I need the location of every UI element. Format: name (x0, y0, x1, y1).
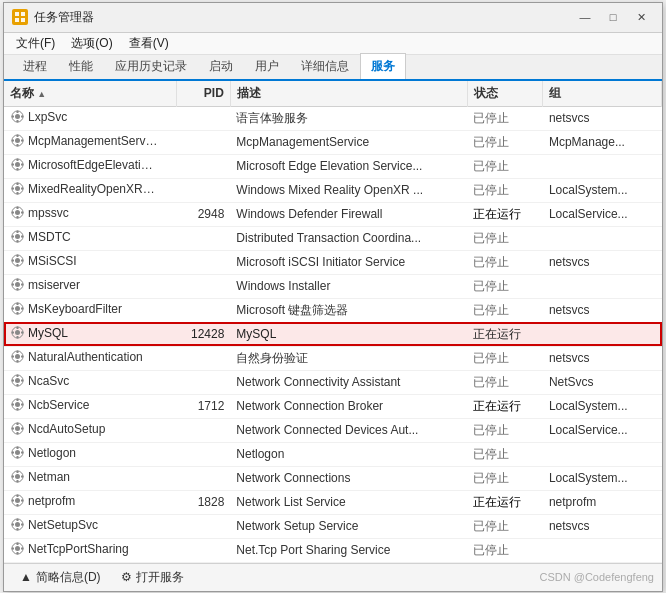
svg-rect-115 (16, 552, 18, 555)
service-group: netsvcs (543, 298, 662, 322)
table-row[interactable]: MicrosoftEdgeElevationS...Microsoft Edge… (4, 154, 662, 178)
service-group: LocalSystem... (543, 394, 662, 418)
tab-startup[interactable]: 启动 (198, 53, 244, 79)
service-desc: Network Setup Service (230, 514, 467, 538)
service-name: mpssvc (28, 206, 69, 220)
brief-info-button[interactable]: ▲ 简略信息(D) (12, 567, 109, 588)
task-manager-window: 任务管理器 — □ ✕ 文件(F)选项(O)查看(V) 进程性能应用历史记录启动… (3, 2, 663, 592)
service-icon (10, 374, 24, 388)
service-icon (10, 182, 24, 196)
svg-rect-56 (11, 308, 14, 310)
service-icon (10, 470, 24, 484)
service-name-cell: MySQL (4, 323, 164, 343)
svg-rect-74 (11, 380, 14, 382)
svg-rect-39 (21, 236, 24, 238)
table-row[interactable]: LxpSvc语言体验服务已停止netsvcs (4, 106, 662, 130)
table-row[interactable]: mpssvc2948Windows Defender Firewall正在运行L… (4, 202, 662, 226)
service-group (543, 322, 662, 346)
menu-item-f[interactable]: 文件(F) (8, 33, 63, 54)
svg-rect-18 (16, 159, 18, 162)
table-row[interactable]: McpManagementServiceMcpManagementService… (4, 130, 662, 154)
table-row[interactable]: NetlogonNetlogon已停止 (4, 442, 662, 466)
service-pid (176, 106, 230, 130)
tab-performance[interactable]: 性能 (58, 53, 104, 79)
svg-point-17 (15, 162, 20, 167)
close-button[interactable]: ✕ (628, 7, 654, 27)
table-row[interactable]: NetmanNetwork Connections已停止LocalSystem.… (4, 466, 662, 490)
svg-point-5 (15, 114, 20, 119)
svg-rect-48 (16, 279, 18, 282)
service-name: MSiSCSI (28, 254, 77, 268)
service-icon (10, 254, 24, 268)
service-desc: Network Connection Broker (230, 394, 467, 418)
col-header-desc[interactable]: 描述 (230, 81, 467, 107)
table-row[interactable]: MySQL12428MySQL正在运行 (4, 322, 662, 346)
service-name: LxpSvc (28, 110, 67, 124)
menu-item-v[interactable]: 查看(V) (121, 33, 177, 54)
table-row[interactable]: NcdAutoSetupNetwork Connected Devices Au… (4, 418, 662, 442)
svg-rect-0 (15, 12, 19, 16)
col-header-group[interactable]: 组 (543, 81, 662, 107)
table-row[interactable]: NaturalAuthentication自然身份验证已停止netsvcs (4, 346, 662, 370)
menu-bar: 文件(F)选项(O)查看(V) (4, 33, 662, 55)
tab-details[interactable]: 详细信息 (290, 53, 360, 79)
table-row[interactable]: NcbService1712Network Connection Broker正… (4, 394, 662, 418)
service-status: 已停止 (467, 106, 542, 130)
svg-rect-9 (21, 116, 24, 118)
svg-point-11 (15, 138, 20, 143)
table-row[interactable]: MSiSCSIMicrosoft iSCSI Initiator Service… (4, 250, 662, 274)
table-row[interactable]: msiserverWindows Installer已停止 (4, 274, 662, 298)
svg-rect-57 (21, 308, 24, 310)
service-pid (176, 274, 230, 298)
services-table-container[interactable]: 名称 ▲ PID 描述 状态 组 (4, 81, 662, 563)
service-status: 正在运行 (467, 394, 542, 418)
service-status: 已停止 (467, 370, 542, 394)
svg-point-59 (15, 330, 20, 335)
service-icon (10, 422, 24, 436)
service-pid (176, 418, 230, 442)
table-row[interactable]: MsKeyboardFilterMicrosoft 键盘筛选器已停止netsvc… (4, 298, 662, 322)
col-header-status[interactable]: 状态 (467, 81, 542, 107)
tab-processes[interactable]: 进程 (12, 53, 58, 79)
service-icon (10, 398, 24, 412)
svg-point-83 (15, 426, 20, 431)
table-row[interactable]: NetTcpPortSharingNet.Tcp Port Sharing Se… (4, 538, 662, 562)
service-name: McpManagementService (28, 134, 158, 148)
table-row[interactable]: MSDTCDistributed Transaction Coordina...… (4, 226, 662, 250)
menu-item-o[interactable]: 选项(O) (63, 33, 120, 54)
tab-users[interactable]: 用户 (244, 53, 290, 79)
service-desc: Network Connectivity Assistant (230, 370, 467, 394)
service-icon (10, 278, 24, 292)
maximize-button[interactable]: □ (600, 7, 626, 27)
tab-services[interactable]: 服务 (360, 53, 406, 79)
svg-rect-67 (16, 360, 18, 363)
svg-rect-73 (16, 384, 18, 387)
service-desc: Windows Installer (230, 274, 467, 298)
service-desc: Windows Mixed Reality OpenXR ... (230, 178, 467, 202)
service-name-cell: NaturalAuthentication (4, 347, 164, 367)
svg-rect-19 (16, 168, 18, 171)
minimize-button[interactable]: — (572, 7, 598, 27)
service-name: NcbService (28, 398, 89, 412)
table-row[interactable]: NetSetupSvcNetwork Setup Service已停止netsv… (4, 514, 662, 538)
col-header-pid[interactable]: PID (176, 81, 230, 107)
table-header-row: 名称 ▲ PID 描述 状态 组 (4, 81, 662, 107)
open-services-button[interactable]: ⚙ 打开服务 (113, 567, 192, 588)
service-group: McpManage... (543, 130, 662, 154)
table-row[interactable]: NcaSvcNetwork Connectivity Assistant已停止N… (4, 370, 662, 394)
service-pid (176, 466, 230, 490)
service-status: 已停止 (467, 154, 542, 178)
svg-rect-20 (11, 164, 14, 166)
svg-rect-108 (16, 519, 18, 522)
col-header-name[interactable]: 名称 ▲ (4, 81, 176, 107)
service-name-cell: NcaSvc (4, 371, 164, 391)
table-row[interactable]: netprofm1828Network List Service正在运行netp… (4, 490, 662, 514)
tab-apphistory[interactable]: 应用历史记录 (104, 53, 198, 79)
svg-rect-78 (16, 399, 18, 402)
svg-point-53 (15, 306, 20, 311)
service-icon (10, 542, 24, 556)
service-pid (176, 442, 230, 466)
svg-rect-102 (16, 495, 18, 498)
service-name-cell: Netman (4, 467, 164, 487)
table-row[interactable]: MixedRealityOpenXRSvcWindows Mixed Reali… (4, 178, 662, 202)
